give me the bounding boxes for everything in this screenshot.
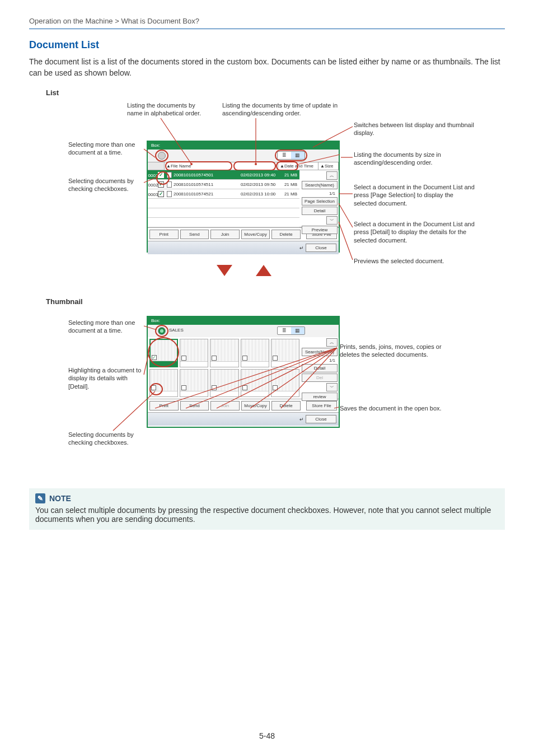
thumbnail-heading: Thumbnail xyxy=(46,297,505,306)
print-button[interactable]: Print xyxy=(149,401,179,410)
ring-view-toggle xyxy=(275,150,307,161)
store-file-button[interactable]: Store File xyxy=(306,401,337,410)
table-row xyxy=(148,208,299,218)
thumbnail-item[interactable] xyxy=(149,369,178,398)
section-title: Document List xyxy=(29,39,505,51)
thumbnail-item[interactable] xyxy=(271,339,299,367)
thumbnail-item[interactable] xyxy=(180,339,208,367)
page-up-button[interactable]: ︿ xyxy=(326,338,338,347)
callout-thumb-checks: Selecting documents by checking checkbox… xyxy=(68,431,144,447)
page-indicator: 1/1 xyxy=(302,190,338,196)
callout-size-sort: Listing the documents by size in ascendi… xyxy=(354,151,477,167)
table-row[interactable]: 0001✓ 2008101010574501 02/02/2013 09:40 … xyxy=(148,170,299,180)
join-button[interactable]: Join xyxy=(210,230,240,239)
panel-title: Box: xyxy=(148,317,339,325)
marker-up-icon xyxy=(256,265,271,276)
callout-by-name: Listing the documents by name in alphabe… xyxy=(127,101,211,118)
note-heading: NOTE xyxy=(49,494,71,503)
document-icon xyxy=(167,181,172,188)
col-file-name[interactable]: ▲ File Name xyxy=(165,162,278,170)
note-icon: ✎ xyxy=(35,493,45,503)
page-down-button[interactable]: ﹀ xyxy=(326,383,338,391)
callout-checkbox-select: Selecting documents by checking checkbox… xyxy=(68,177,144,193)
delete-button[interactable]: Delete xyxy=(271,230,301,239)
detail-button[interactable]: Detail xyxy=(302,207,338,215)
document-icon xyxy=(167,191,172,197)
divider xyxy=(29,29,505,29)
panel-title: Box: xyxy=(148,142,339,150)
svg-line-10 xyxy=(339,203,353,227)
preview-button[interactable]: Preview xyxy=(302,226,338,234)
document-icon xyxy=(167,172,172,178)
col-checkbox xyxy=(148,162,165,170)
page-number: 5-48 xyxy=(29,731,505,740)
search-name-button[interactable]: Search(Name) xyxy=(302,181,338,189)
move-copy-button[interactable]: Move/Copy xyxy=(241,230,270,239)
col-size[interactable]: ▲Size xyxy=(318,162,339,170)
list-panel: Box: ≣▦ ▲ File Name ▲ Date and Time ▲Siz… xyxy=(147,141,340,253)
page-indicator: 1/1 xyxy=(302,357,338,363)
thumbnail-figure: Selecting more than one document at a ti… xyxy=(29,310,505,478)
page-selection-button[interactable]: Page Selection xyxy=(302,197,338,206)
intro-text: The document list is a list of the docum… xyxy=(29,57,505,78)
list-figure: Listing the documents by name in alphabe… xyxy=(29,101,505,292)
table-row xyxy=(148,218,299,227)
thumbnail-item[interactable] xyxy=(210,369,238,398)
list-heading: List xyxy=(46,88,505,97)
search-name-button[interactable]: Search(Name) xyxy=(302,348,338,356)
thumbnail-item[interactable] xyxy=(210,339,238,367)
marker-down-icon xyxy=(217,265,232,276)
preview-side-button[interactable]: review xyxy=(302,393,338,401)
note-box: ✎ NOTE You can select multiple documents… xyxy=(29,488,505,530)
callout-preview: Previews the selected document. xyxy=(354,257,477,265)
callout-view-toggle: Switches between list display and thumbn… xyxy=(354,121,477,137)
breadcrumb: Operation on the Machine > What is Docum… xyxy=(29,17,505,25)
send-button[interactable]: Send xyxy=(180,230,209,239)
thumbnail-item[interactable] xyxy=(241,369,269,398)
delete-button[interactable]: Delete xyxy=(271,401,301,410)
thumbnail-item[interactable]: ✓ xyxy=(149,339,178,367)
table-row[interactable]: 0002✓ 2008101010574511 02/02/2013 09:50 … xyxy=(148,180,299,189)
thumbnail-item[interactable] xyxy=(241,339,269,367)
box-name-label: SALES xyxy=(169,328,184,333)
detail-button[interactable]: Detail xyxy=(302,364,338,372)
view-toggle[interactable]: ≣▦ xyxy=(277,326,305,335)
thumbnail-item[interactable] xyxy=(180,369,208,398)
select-all-toggle[interactable] xyxy=(158,152,166,160)
col-date-time[interactable]: ▲ Date and Time xyxy=(278,162,318,170)
enter-icon: ↵ xyxy=(299,245,304,251)
close-button[interactable]: Close xyxy=(306,244,336,252)
callout-multi-select: Selecting more than one document at a ti… xyxy=(68,141,144,157)
close-button[interactable]: Close xyxy=(306,415,336,423)
select-all-toggle[interactable] xyxy=(158,327,166,335)
svg-line-11 xyxy=(339,222,353,260)
thumbnail-item[interactable] xyxy=(271,369,299,398)
page-down-button[interactable]: ﹀ xyxy=(326,216,338,225)
print-button[interactable]: Print xyxy=(149,230,179,239)
delete-side-button[interactable]: Del xyxy=(302,374,338,382)
enter-icon: ↵ xyxy=(299,417,304,422)
callout-thumb-highlight: Highlighting a document to display its d… xyxy=(68,366,144,390)
join-button[interactable]: Join xyxy=(210,401,240,410)
page-up-button[interactable]: ︿ xyxy=(326,171,338,180)
callout-by-time: Listing the documents by time of update … xyxy=(222,101,340,118)
move-copy-button[interactable]: Move/Copy xyxy=(241,401,270,410)
callout-detail: Select a document in the Document List a… xyxy=(354,220,477,244)
callout-store: Saves the document in the open box. xyxy=(340,404,463,412)
callout-page-selection: Select a document in the Document List a… xyxy=(354,183,477,207)
thumbnail-panel: Box: SALES ≣▦ ✓ xyxy=(147,316,340,428)
table-row[interactable]: 0003✓ 2008101010574521 02/02/2013 10:00 … xyxy=(148,189,299,199)
note-text: You can select multiple documents by pre… xyxy=(35,506,499,524)
callout-actions: Prints, sends, joins, moves, copies or d… xyxy=(340,343,463,359)
callout-thumb-multi: Selecting more than one document at a ti… xyxy=(68,319,144,335)
table-row xyxy=(148,199,299,208)
send-button[interactable]: Send xyxy=(180,401,209,410)
